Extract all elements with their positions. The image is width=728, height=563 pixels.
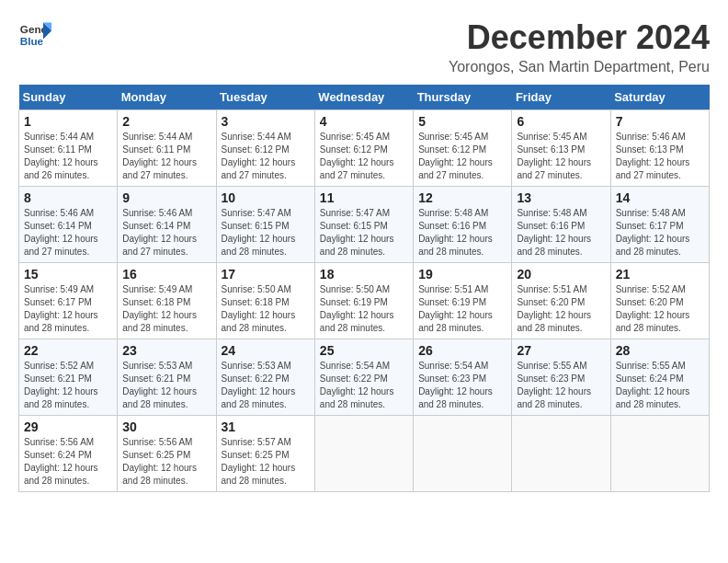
day-info: Sunrise: 5:55 AM Sunset: 6:24 PM Dayligh…: [616, 360, 704, 411]
day-number: 11: [320, 190, 408, 205]
logo: General Blue: [18, 18, 51, 52]
calendar-cell: 17Sunrise: 5:50 AM Sunset: 6:18 PM Dayli…: [216, 263, 314, 339]
calendar-cell: 22Sunrise: 5:52 AM Sunset: 6:21 PM Dayli…: [19, 339, 118, 416]
calendar-cell: [512, 416, 610, 492]
day-number: 17: [222, 267, 310, 282]
logo-icon: General Blue: [18, 18, 51, 52]
calendar-cell: [610, 416, 709, 492]
day-info: Sunrise: 5:54 AM Sunset: 6:23 PM Dayligh…: [418, 360, 506, 411]
day-number: 20: [517, 267, 605, 282]
month-title: December 2024: [449, 18, 710, 57]
day-info: Sunrise: 5:46 AM Sunset: 6:14 PM Dayligh…: [24, 207, 112, 259]
day-of-week-header: Saturday: [610, 85, 709, 110]
calendar-cell: 15Sunrise: 5:49 AM Sunset: 6:17 PM Dayli…: [19, 263, 118, 339]
calendar-cell: 13Sunrise: 5:48 AM Sunset: 6:16 PM Dayli…: [512, 187, 610, 263]
day-number: 15: [24, 267, 112, 282]
calendar-cell: 2Sunrise: 5:44 AM Sunset: 6:11 PM Daylig…: [118, 110, 216, 187]
day-number: 7: [616, 114, 704, 129]
calendar-cell: 7Sunrise: 5:46 AM Sunset: 6:13 PM Daylig…: [610, 110, 709, 187]
calendar-week-row: 29Sunrise: 5:56 AM Sunset: 6:24 PM Dayli…: [19, 416, 710, 492]
day-number: 2: [122, 114, 210, 129]
calendar-cell: [414, 416, 512, 492]
day-info: Sunrise: 5:56 AM Sunset: 6:25 PM Dayligh…: [122, 436, 210, 488]
calendar-cell: 28Sunrise: 5:55 AM Sunset: 6:24 PM Dayli…: [610, 339, 709, 416]
day-number: 21: [616, 267, 704, 282]
calendar-cell: 11Sunrise: 5:47 AM Sunset: 6:15 PM Dayli…: [314, 187, 413, 263]
day-info: Sunrise: 5:46 AM Sunset: 6:14 PM Dayligh…: [122, 207, 210, 259]
day-number: 5: [418, 114, 506, 129]
day-info: Sunrise: 5:49 AM Sunset: 6:17 PM Dayligh…: [24, 283, 112, 335]
calendar-cell: 4Sunrise: 5:45 AM Sunset: 6:12 PM Daylig…: [314, 110, 413, 187]
day-number: 28: [616, 343, 704, 358]
calendar-cell: 5Sunrise: 5:45 AM Sunset: 6:12 PM Daylig…: [414, 110, 512, 187]
day-info: Sunrise: 5:51 AM Sunset: 6:20 PM Dayligh…: [517, 283, 605, 335]
day-info: Sunrise: 5:48 AM Sunset: 6:16 PM Dayligh…: [418, 207, 506, 259]
day-info: Sunrise: 5:51 AM Sunset: 6:19 PM Dayligh…: [418, 283, 506, 335]
day-info: Sunrise: 5:45 AM Sunset: 6:12 PM Dayligh…: [320, 131, 408, 182]
day-info: Sunrise: 5:52 AM Sunset: 6:21 PM Dayligh…: [24, 360, 112, 411]
day-number: 18: [320, 267, 408, 282]
calendar-cell: 29Sunrise: 5:56 AM Sunset: 6:24 PM Dayli…: [19, 416, 118, 492]
day-number: 6: [517, 114, 605, 129]
day-info: Sunrise: 5:46 AM Sunset: 6:13 PM Dayligh…: [616, 131, 704, 182]
calendar-cell: 9Sunrise: 5:46 AM Sunset: 6:14 PM Daylig…: [118, 187, 216, 263]
day-number: 29: [24, 419, 112, 434]
page-header: General Blue December 2024 Yorongos, San…: [18, 18, 710, 75]
day-number: 23: [122, 343, 210, 358]
title-block: December 2024 Yorongos, San Martin Depar…: [449, 18, 710, 75]
calendar-cell: 1Sunrise: 5:44 AM Sunset: 6:11 PM Daylig…: [19, 110, 118, 187]
calendar-cell: 10Sunrise: 5:47 AM Sunset: 6:15 PM Dayli…: [216, 187, 314, 263]
calendar-header-row: SundayMondayTuesdayWednesdayThursdayFrid…: [19, 85, 710, 110]
calendar-cell: 25Sunrise: 5:54 AM Sunset: 6:22 PM Dayli…: [314, 339, 413, 416]
day-info: Sunrise: 5:52 AM Sunset: 6:20 PM Dayligh…: [616, 283, 704, 335]
day-number: 22: [24, 343, 112, 358]
day-number: 31: [222, 419, 310, 434]
day-number: 27: [517, 343, 605, 358]
calendar-cell: 30Sunrise: 5:56 AM Sunset: 6:25 PM Dayli…: [118, 416, 216, 492]
day-of-week-header: Thursday: [414, 85, 512, 110]
day-number: 14: [616, 190, 704, 205]
calendar-cell: 26Sunrise: 5:54 AM Sunset: 6:23 PM Dayli…: [414, 339, 512, 416]
svg-text:Blue: Blue: [20, 35, 44, 47]
day-number: 9: [122, 190, 210, 205]
day-info: Sunrise: 5:53 AM Sunset: 6:21 PM Dayligh…: [122, 360, 210, 411]
day-number: 26: [418, 343, 506, 358]
day-info: Sunrise: 5:55 AM Sunset: 6:23 PM Dayligh…: [517, 360, 605, 411]
calendar-cell: 8Sunrise: 5:46 AM Sunset: 6:14 PM Daylig…: [19, 187, 118, 263]
calendar-cell: [314, 416, 413, 492]
calendar-cell: 12Sunrise: 5:48 AM Sunset: 6:16 PM Dayli…: [414, 187, 512, 263]
day-number: 30: [122, 419, 210, 434]
day-info: Sunrise: 5:48 AM Sunset: 6:17 PM Dayligh…: [616, 207, 704, 259]
day-number: 4: [320, 114, 408, 129]
calendar-cell: 14Sunrise: 5:48 AM Sunset: 6:17 PM Dayli…: [610, 187, 709, 263]
day-info: Sunrise: 5:48 AM Sunset: 6:16 PM Dayligh…: [517, 207, 605, 259]
day-info: Sunrise: 5:50 AM Sunset: 6:18 PM Dayligh…: [222, 283, 310, 335]
day-info: Sunrise: 5:50 AM Sunset: 6:19 PM Dayligh…: [320, 283, 408, 335]
day-number: 12: [418, 190, 506, 205]
calendar-cell: 23Sunrise: 5:53 AM Sunset: 6:21 PM Dayli…: [118, 339, 216, 416]
day-info: Sunrise: 5:53 AM Sunset: 6:22 PM Dayligh…: [222, 360, 310, 411]
calendar-cell: 18Sunrise: 5:50 AM Sunset: 6:19 PM Dayli…: [314, 263, 413, 339]
day-number: 16: [122, 267, 210, 282]
day-number: 1: [24, 114, 112, 129]
day-info: Sunrise: 5:45 AM Sunset: 6:12 PM Dayligh…: [418, 131, 506, 182]
day-number: 3: [222, 114, 310, 129]
day-of-week-header: Wednesday: [314, 85, 413, 110]
day-info: Sunrise: 5:44 AM Sunset: 6:12 PM Dayligh…: [222, 131, 310, 182]
day-of-week-header: Monday: [118, 85, 216, 110]
day-info: Sunrise: 5:47 AM Sunset: 6:15 PM Dayligh…: [222, 207, 310, 259]
day-of-week-header: Friday: [512, 85, 610, 110]
calendar-cell: 21Sunrise: 5:52 AM Sunset: 6:20 PM Dayli…: [610, 263, 709, 339]
day-info: Sunrise: 5:45 AM Sunset: 6:13 PM Dayligh…: [517, 131, 605, 182]
calendar-cell: 31Sunrise: 5:57 AM Sunset: 6:25 PM Dayli…: [216, 416, 314, 492]
calendar-cell: 6Sunrise: 5:45 AM Sunset: 6:13 PM Daylig…: [512, 110, 610, 187]
day-number: 24: [222, 343, 310, 358]
calendar-cell: 3Sunrise: 5:44 AM Sunset: 6:12 PM Daylig…: [216, 110, 314, 187]
day-number: 25: [320, 343, 408, 358]
day-info: Sunrise: 5:44 AM Sunset: 6:11 PM Dayligh…: [24, 131, 112, 182]
day-info: Sunrise: 5:56 AM Sunset: 6:24 PM Dayligh…: [24, 436, 112, 488]
day-info: Sunrise: 5:44 AM Sunset: 6:11 PM Dayligh…: [122, 131, 210, 182]
calendar-week-row: 8Sunrise: 5:46 AM Sunset: 6:14 PM Daylig…: [19, 187, 710, 263]
day-of-week-header: Sunday: [19, 85, 118, 110]
day-info: Sunrise: 5:57 AM Sunset: 6:25 PM Dayligh…: [222, 436, 310, 488]
